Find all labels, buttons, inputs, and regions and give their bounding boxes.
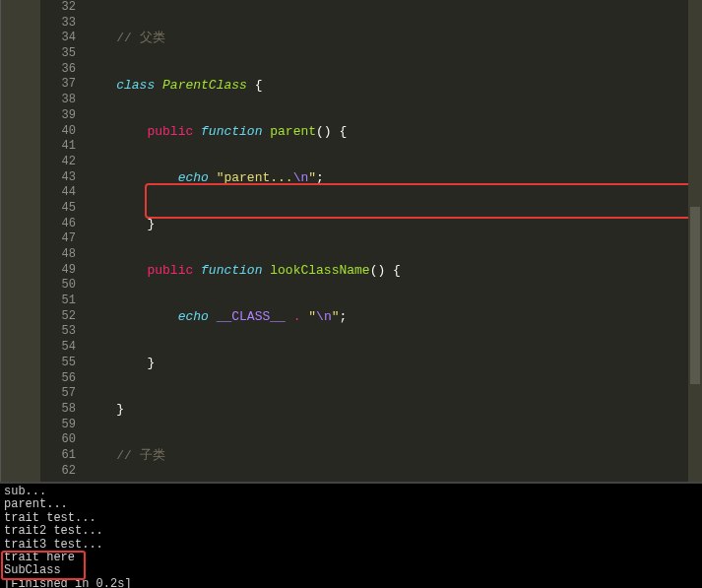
line-number: 47 [40,231,76,247]
line-number: 61 [40,448,76,464]
build-output-panel[interactable]: sub... parent... trait test... trait2 te… [0,482,702,588]
line-number: 59 [40,418,76,433]
line-number: 50 [40,278,76,294]
line-number: 56 [40,371,76,387]
code-line[interactable]: public function parent() { [86,124,702,140]
code-line[interactable]: } [86,217,702,232]
line-number: 44 [40,185,76,201]
line-number-gutter: 32 33 34 35 36 37 38 39 40 41 42 43 44 4… [40,0,86,482]
vertical-scrollbar[interactable] [688,0,702,482]
line-number: 55 [40,356,76,371]
scrollbar-thumb[interactable] [690,207,700,384]
line-number: 46 [40,217,76,232]
line-number: 58 [40,402,76,418]
line-number: 60 [40,432,76,448]
line-number: 57 [40,386,76,402]
output-line: trait here [4,552,698,564]
line-number: 51 [40,294,76,309]
code-line[interactable]: echo "parent...\n"; [86,170,702,186]
line-number: 52 [40,309,76,325]
line-number: 33 [40,16,76,32]
line-number: 34 [40,31,76,46]
line-number: 54 [40,340,76,356]
line-number: 39 [40,108,76,124]
output-line: trait3 test... [4,539,698,552]
code-area[interactable]: // 父类 class ParentClass { public functio… [86,0,702,482]
code-line[interactable]: } [86,356,702,371]
line-number: 40 [40,124,76,140]
code-line[interactable]: class ParentClass { [86,78,702,94]
code-line[interactable]: // 子类 [86,448,702,464]
line-number: 62 [40,464,76,480]
line-number: 48 [40,247,76,263]
line-number: 41 [40,139,76,155]
code-line[interactable]: } [86,402,702,418]
code-line[interactable]: echo __CLASS__ . "\n"; [86,309,702,325]
line-number: 36 [40,62,76,78]
line-number: 35 [40,46,76,62]
line-number: 45 [40,201,76,217]
code-line[interactable]: // 父类 [86,31,702,46]
line-number: 38 [40,93,76,108]
line-number: 49 [40,263,76,279]
output-line: parent... [4,498,698,511]
code-line[interactable]: public function lookClassName() { [86,263,702,279]
output-line: trait2 test... [4,525,698,538]
annotation-box-insteadof [145,183,702,219]
line-number: 42 [40,155,76,170]
line-number: 53 [40,324,76,340]
code-editor: 32 33 34 35 36 37 38 39 40 41 42 43 44 4… [0,0,702,482]
output-line: SubClass [4,564,698,577]
output-line: trait test... [4,512,698,525]
line-number: 37 [40,77,76,93]
output-line: sub... [4,486,698,498]
gutter-margin [1,0,40,482]
output-line: [Finished in 0.2s] [4,578,698,588]
line-number: 43 [40,170,76,186]
line-number: 32 [40,0,76,16]
